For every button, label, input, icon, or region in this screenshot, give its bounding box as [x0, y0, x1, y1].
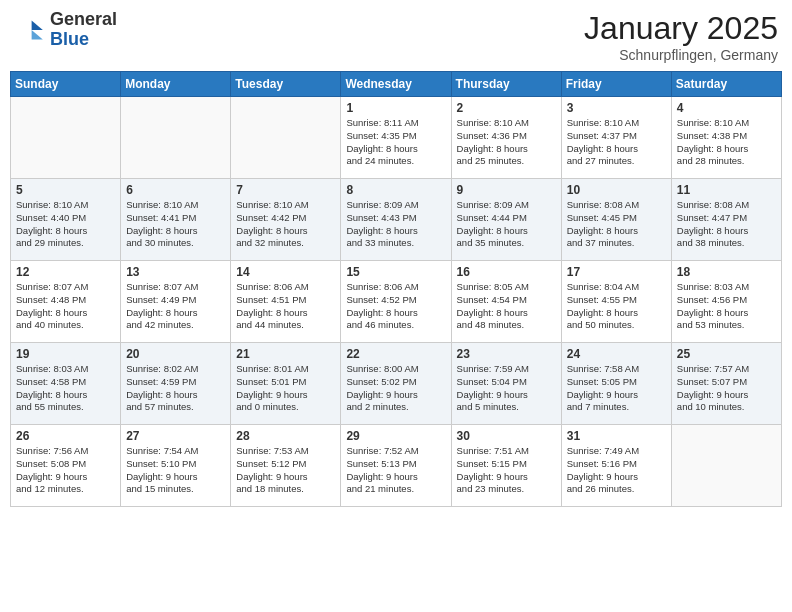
- cell-content: Sunrise: 8:00 AMSunset: 5:02 PMDaylight:…: [346, 363, 445, 414]
- calendar-cell: 3Sunrise: 8:10 AMSunset: 4:37 PMDaylight…: [561, 97, 671, 179]
- cell-content: Sunrise: 8:10 AMSunset: 4:42 PMDaylight:…: [236, 199, 335, 250]
- cell-content: Sunrise: 8:10 AMSunset: 4:36 PMDaylight:…: [457, 117, 556, 168]
- cell-content: Sunrise: 7:54 AMSunset: 5:10 PMDaylight:…: [126, 445, 225, 496]
- calendar-cell: 9Sunrise: 8:09 AMSunset: 4:44 PMDaylight…: [451, 179, 561, 261]
- weekday-header-row: SundayMondayTuesdayWednesdayThursdayFrid…: [11, 72, 782, 97]
- weekday-header-wednesday: Wednesday: [341, 72, 451, 97]
- day-number: 22: [346, 347, 445, 361]
- day-number: 31: [567, 429, 666, 443]
- cell-content: Sunrise: 7:57 AMSunset: 5:07 PMDaylight:…: [677, 363, 776, 414]
- calendar-table: SundayMondayTuesdayWednesdayThursdayFrid…: [10, 71, 782, 507]
- calendar-cell: 13Sunrise: 8:07 AMSunset: 4:49 PMDayligh…: [121, 261, 231, 343]
- month-title: January 2025: [584, 10, 778, 47]
- location: Schnurpflingen, Germany: [584, 47, 778, 63]
- calendar-cell: 31Sunrise: 7:49 AMSunset: 5:16 PMDayligh…: [561, 425, 671, 507]
- calendar-cell: 4Sunrise: 8:10 AMSunset: 4:38 PMDaylight…: [671, 97, 781, 179]
- day-number: 17: [567, 265, 666, 279]
- cell-content: Sunrise: 7:52 AMSunset: 5:13 PMDaylight:…: [346, 445, 445, 496]
- day-number: 2: [457, 101, 556, 115]
- day-number: 23: [457, 347, 556, 361]
- weekday-header-monday: Monday: [121, 72, 231, 97]
- day-number: 29: [346, 429, 445, 443]
- calendar-week-row: 26Sunrise: 7:56 AMSunset: 5:08 PMDayligh…: [11, 425, 782, 507]
- calendar-cell: 21Sunrise: 8:01 AMSunset: 5:01 PMDayligh…: [231, 343, 341, 425]
- calendar-cell: [121, 97, 231, 179]
- svg-marker-1: [32, 30, 43, 40]
- calendar-cell: 18Sunrise: 8:03 AMSunset: 4:56 PMDayligh…: [671, 261, 781, 343]
- cell-content: Sunrise: 8:09 AMSunset: 4:44 PMDaylight:…: [457, 199, 556, 250]
- day-number: 8: [346, 183, 445, 197]
- calendar-week-row: 12Sunrise: 8:07 AMSunset: 4:48 PMDayligh…: [11, 261, 782, 343]
- day-number: 10: [567, 183, 666, 197]
- day-number: 19: [16, 347, 115, 361]
- title-block: January 2025 Schnurpflingen, Germany: [584, 10, 778, 63]
- day-number: 9: [457, 183, 556, 197]
- calendar-cell: 1Sunrise: 8:11 AMSunset: 4:35 PMDaylight…: [341, 97, 451, 179]
- day-number: 4: [677, 101, 776, 115]
- day-number: 15: [346, 265, 445, 279]
- day-number: 1: [346, 101, 445, 115]
- calendar-cell: 20Sunrise: 8:02 AMSunset: 4:59 PMDayligh…: [121, 343, 231, 425]
- calendar-cell: 14Sunrise: 8:06 AMSunset: 4:51 PMDayligh…: [231, 261, 341, 343]
- day-number: 12: [16, 265, 115, 279]
- weekday-header-sunday: Sunday: [11, 72, 121, 97]
- calendar-cell: 2Sunrise: 8:10 AMSunset: 4:36 PMDaylight…: [451, 97, 561, 179]
- calendar-cell: 26Sunrise: 7:56 AMSunset: 5:08 PMDayligh…: [11, 425, 121, 507]
- cell-content: Sunrise: 8:08 AMSunset: 4:45 PMDaylight:…: [567, 199, 666, 250]
- cell-content: Sunrise: 8:03 AMSunset: 4:58 PMDaylight:…: [16, 363, 115, 414]
- page-header: General Blue January 2025 Schnurpflingen…: [10, 10, 782, 63]
- cell-content: Sunrise: 7:58 AMSunset: 5:05 PMDaylight:…: [567, 363, 666, 414]
- day-number: 30: [457, 429, 556, 443]
- day-number: 20: [126, 347, 225, 361]
- calendar-cell: 16Sunrise: 8:05 AMSunset: 4:54 PMDayligh…: [451, 261, 561, 343]
- cell-content: Sunrise: 8:07 AMSunset: 4:48 PMDaylight:…: [16, 281, 115, 332]
- weekday-header-thursday: Thursday: [451, 72, 561, 97]
- calendar-cell: 25Sunrise: 7:57 AMSunset: 5:07 PMDayligh…: [671, 343, 781, 425]
- cell-content: Sunrise: 8:04 AMSunset: 4:55 PMDaylight:…: [567, 281, 666, 332]
- day-number: 7: [236, 183, 335, 197]
- calendar-cell: 8Sunrise: 8:09 AMSunset: 4:43 PMDaylight…: [341, 179, 451, 261]
- cell-content: Sunrise: 8:09 AMSunset: 4:43 PMDaylight:…: [346, 199, 445, 250]
- cell-content: Sunrise: 8:10 AMSunset: 4:41 PMDaylight:…: [126, 199, 225, 250]
- weekday-header-friday: Friday: [561, 72, 671, 97]
- cell-content: Sunrise: 7:56 AMSunset: 5:08 PMDaylight:…: [16, 445, 115, 496]
- calendar-cell: 22Sunrise: 8:00 AMSunset: 5:02 PMDayligh…: [341, 343, 451, 425]
- cell-content: Sunrise: 8:02 AMSunset: 4:59 PMDaylight:…: [126, 363, 225, 414]
- calendar-cell: 29Sunrise: 7:52 AMSunset: 5:13 PMDayligh…: [341, 425, 451, 507]
- calendar-cell: [11, 97, 121, 179]
- cell-content: Sunrise: 7:51 AMSunset: 5:15 PMDaylight:…: [457, 445, 556, 496]
- calendar-cell: 19Sunrise: 8:03 AMSunset: 4:58 PMDayligh…: [11, 343, 121, 425]
- cell-content: Sunrise: 8:08 AMSunset: 4:47 PMDaylight:…: [677, 199, 776, 250]
- svg-marker-0: [32, 20, 43, 30]
- cell-content: Sunrise: 8:03 AMSunset: 4:56 PMDaylight:…: [677, 281, 776, 332]
- logo-text: General Blue: [50, 10, 117, 50]
- day-number: 28: [236, 429, 335, 443]
- calendar-cell: [231, 97, 341, 179]
- cell-content: Sunrise: 7:53 AMSunset: 5:12 PMDaylight:…: [236, 445, 335, 496]
- cell-content: Sunrise: 7:59 AMSunset: 5:04 PMDaylight:…: [457, 363, 556, 414]
- calendar-cell: 23Sunrise: 7:59 AMSunset: 5:04 PMDayligh…: [451, 343, 561, 425]
- day-number: 25: [677, 347, 776, 361]
- calendar-cell: 12Sunrise: 8:07 AMSunset: 4:48 PMDayligh…: [11, 261, 121, 343]
- day-number: 6: [126, 183, 225, 197]
- day-number: 3: [567, 101, 666, 115]
- cell-content: Sunrise: 8:10 AMSunset: 4:37 PMDaylight:…: [567, 117, 666, 168]
- logo-icon: [14, 14, 46, 46]
- cell-content: Sunrise: 8:05 AMSunset: 4:54 PMDaylight:…: [457, 281, 556, 332]
- cell-content: Sunrise: 8:06 AMSunset: 4:51 PMDaylight:…: [236, 281, 335, 332]
- calendar-cell: 10Sunrise: 8:08 AMSunset: 4:45 PMDayligh…: [561, 179, 671, 261]
- weekday-header-tuesday: Tuesday: [231, 72, 341, 97]
- calendar-cell: 17Sunrise: 8:04 AMSunset: 4:55 PMDayligh…: [561, 261, 671, 343]
- day-number: 18: [677, 265, 776, 279]
- cell-content: Sunrise: 7:49 AMSunset: 5:16 PMDaylight:…: [567, 445, 666, 496]
- calendar-cell: 6Sunrise: 8:10 AMSunset: 4:41 PMDaylight…: [121, 179, 231, 261]
- logo: General Blue: [14, 10, 117, 50]
- calendar-week-row: 1Sunrise: 8:11 AMSunset: 4:35 PMDaylight…: [11, 97, 782, 179]
- day-number: 26: [16, 429, 115, 443]
- calendar-cell: 27Sunrise: 7:54 AMSunset: 5:10 PMDayligh…: [121, 425, 231, 507]
- cell-content: Sunrise: 8:10 AMSunset: 4:38 PMDaylight:…: [677, 117, 776, 168]
- calendar-cell: 28Sunrise: 7:53 AMSunset: 5:12 PMDayligh…: [231, 425, 341, 507]
- calendar-cell: 7Sunrise: 8:10 AMSunset: 4:42 PMDaylight…: [231, 179, 341, 261]
- day-number: 5: [16, 183, 115, 197]
- calendar-cell: 15Sunrise: 8:06 AMSunset: 4:52 PMDayligh…: [341, 261, 451, 343]
